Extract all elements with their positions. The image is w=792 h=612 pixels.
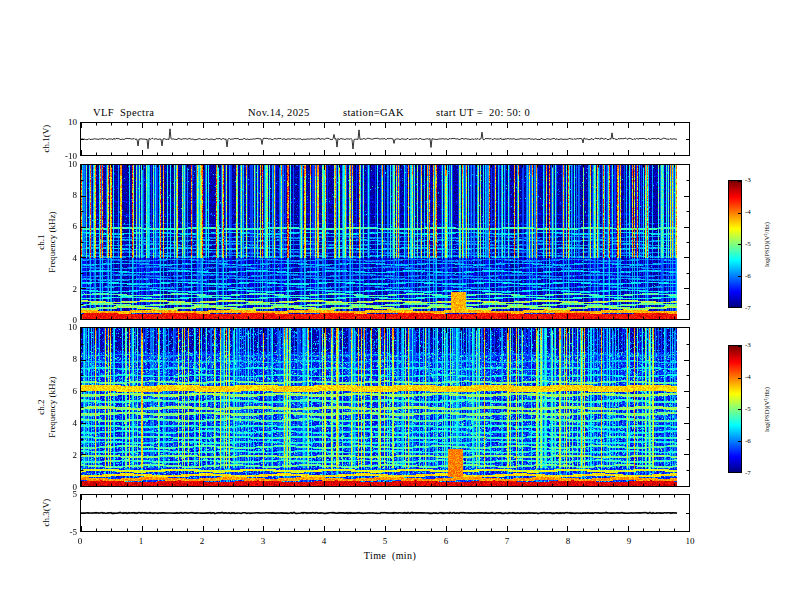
ch2-spec-ylabel-channel: ch.2 (36, 352, 47, 462)
colorbar-tick-label: -3 (745, 341, 765, 349)
x-tick-label: 8 (556, 536, 580, 546)
x-tick-label: 6 (434, 536, 458, 546)
x-tick-label: 0 (68, 536, 92, 546)
colorbar-tick-label: -4 (745, 208, 765, 216)
x-tick-label: 10 (678, 536, 702, 546)
x-tick-label: 9 (617, 536, 641, 546)
colorbar-tick-label: -7 (745, 304, 765, 312)
date-label: Nov.14, 2025 (248, 107, 310, 118)
colorbar-tick-label: -6 (745, 272, 765, 280)
ch2-spectrogram-canvas (81, 328, 689, 486)
ch2-colorbar (728, 345, 742, 473)
ch2-spec-ytick-label: 2 (50, 450, 77, 460)
x-tick-label: 3 (251, 536, 275, 546)
ch2-spec-ytick-label: 10 (50, 322, 77, 332)
x-tick-label: 2 (190, 536, 214, 546)
ch3-wave-ytick-label: 5 (50, 489, 77, 499)
ch1-waveform-panel (80, 122, 690, 156)
ch1-spectrogram-panel (80, 164, 690, 320)
ch1-spec-ylabel-channel: ch.1 (36, 187, 47, 297)
ch2-spec-ylabel: ch.2 Frequency (kHz) (36, 352, 58, 462)
ch1-colorbar-canvas (729, 181, 741, 307)
vlf-spectra-figure: VLF Spectra Nov.14, 2025 station=GAK sta… (0, 0, 792, 612)
colorbar-tick-label: -7 (745, 469, 765, 477)
ch1-spec-ylabel: ch.1 Frequency (kHz) (36, 187, 58, 297)
x-tick-label: 4 (312, 536, 336, 546)
start-time-label: start UT = 20: 50: 0 (436, 107, 530, 118)
ch1-spec-ytick-label: 4 (50, 253, 77, 263)
colorbar-tick-label: -4 (745, 373, 765, 381)
ch2-spec-ytick-label: 8 (50, 354, 77, 364)
colorbar-tick-label: -3 (745, 176, 765, 184)
x-axis-title: Time (min) (325, 550, 455, 561)
ch3-waveform-canvas (81, 495, 689, 531)
ch1-spec-ytick-label: 2 (50, 284, 77, 294)
x-tick-label: 7 (495, 536, 519, 546)
x-tick-label: 5 (373, 536, 397, 546)
ch2-spec-ytick-label: 6 (50, 386, 77, 396)
ch1-wave-ytick-label: 10 (50, 117, 77, 127)
x-tick-label: 1 (129, 536, 153, 546)
plot-title: VLF Spectra (93, 107, 154, 118)
ch2-colorbar-canvas (729, 346, 741, 472)
ch1-waveform-canvas (81, 123, 689, 155)
ch1-colorbar (728, 180, 742, 308)
station-label: station=GAK (343, 107, 404, 118)
ch1-spec-ytick-label: 8 (50, 190, 77, 200)
ch1-spectrogram-canvas (81, 165, 689, 319)
ch2-spec-ytick-label: 4 (50, 418, 77, 428)
ch1-spec-ytick-label: 10 (50, 159, 77, 169)
ch2-spec-ylabel-frequency: Frequency (kHz) (47, 352, 58, 462)
ch1-spec-ylabel-frequency: Frequency (kHz) (47, 187, 58, 297)
colorbar-tick-label: -5 (745, 405, 765, 413)
colorbar-tick-label: -5 (745, 240, 765, 248)
colorbar-tick-label: -6 (745, 437, 765, 445)
ch3-waveform-panel (80, 494, 690, 532)
ch2-spectrogram-panel (80, 327, 690, 487)
ch1-spec-ytick-label: 6 (50, 221, 77, 231)
